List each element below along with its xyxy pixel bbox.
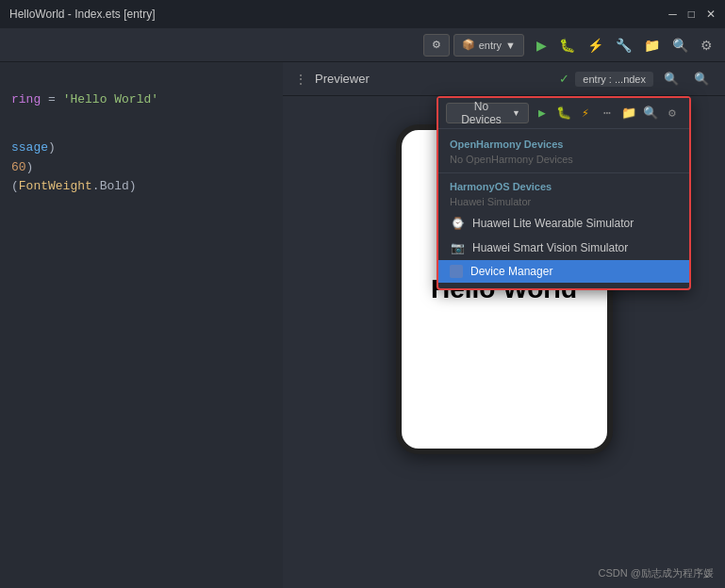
section-separator: [438, 172, 689, 173]
settings-button[interactable]: ⚙: [423, 34, 450, 57]
run-button[interactable]: ▶: [532, 34, 552, 57]
maximize-btn[interactable]: □: [688, 8, 695, 21]
more-icon[interactable]: ⋮: [294, 72, 307, 87]
search2-icon[interactable]: 🔍: [641, 104, 660, 122]
camera-icon: 📷: [450, 240, 465, 255]
dropdown-toolbar: ▶ 🐛 ⚡ ⋯ 📁 🔍 ⚙: [533, 104, 682, 122]
no-devices-button[interactable]: No Devices ▼: [446, 103, 529, 123]
minimize-btn[interactable]: ─: [668, 8, 677, 21]
watermark: CSDN @励志成为程序媛: [599, 566, 714, 580]
window-title: HelloWorld - Index.ets [entry]: [9, 8, 156, 21]
debug2-icon[interactable]: 🐛: [554, 104, 573, 122]
wearable-icon: ⌚: [450, 216, 465, 231]
entry-selector[interactable]: 📦 entry ▼: [453, 34, 524, 57]
run-icon[interactable]: ▶: [533, 104, 552, 122]
openharmony-section-title: OpenHarmony Devices: [438, 135, 689, 152]
device-manager-icon: [450, 265, 463, 278]
device-manager-label: Device Manager: [470, 265, 552, 278]
search-button[interactable]: 🔍: [667, 34, 693, 57]
code-type: FontWeight: [19, 177, 92, 197]
huawei-simulator-sub: Huawei Simulator: [438, 194, 689, 211]
code-num: 60: [11, 158, 26, 178]
code-string: 'Hello World': [63, 90, 158, 110]
settings3-icon[interactable]: ⚙: [663, 104, 682, 122]
entry-label: entry: [479, 40, 502, 51]
main-toolbar: ⚙ 📦 entry ▼ ▶ 🐛 ⚡ 🔧 📁 🔍 ⚙: [0, 28, 725, 62]
code-keyword: ring: [11, 90, 41, 110]
previewer-title: Previewer: [315, 72, 370, 86]
code-editor-panel: ring = 'Hello World' ssage ) 60 ) ( Font…: [0, 62, 283, 588]
code-fn1: ssage: [11, 139, 48, 158]
huawei-smart-vision-item[interactable]: 📷 Huawei Smart Vision Simulator: [438, 236, 689, 260]
previewer-controls: ✓ entry : ...ndex 🔍 🔍: [559, 68, 714, 90]
check-icon: ✓: [559, 72, 569, 86]
no-devices-label: No Devices: [454, 100, 508, 126]
profile-button[interactable]: ⚡: [583, 34, 608, 57]
main-area: ring = 'Hello World' ssage ) 60 ) ( Font…: [0, 62, 725, 588]
dropdown-top-bar: No Devices ▼ ▶ 🐛 ⚡ ⋯ 📁 🔍 ⚙: [438, 98, 689, 129]
dropdown-body: OpenHarmony Devices No OpenHarmony Devic…: [438, 129, 689, 288]
huawei-lite-label: Huawei Lite Wearable Simulator: [472, 217, 634, 230]
device-dropdown: No Devices ▼ ▶ 🐛 ⚡ ⋯ 📁 🔍 ⚙ OpenHarmony D…: [437, 96, 691, 290]
previewer-panel: ⋮ Previewer ✓ entry : ...ndex 🔍 🔍 Hello …: [283, 62, 725, 588]
folder2-icon[interactable]: 📁: [619, 104, 638, 122]
zoom-out-btn[interactable]: 🔍: [659, 68, 684, 90]
no-openharmony-text: No OpenHarmony Devices: [438, 152, 689, 169]
attach-button[interactable]: 🔧: [611, 34, 636, 57]
zoom-in-btn[interactable]: 🔍: [689, 68, 714, 90]
chevron-down-icon: ▼: [505, 40, 516, 51]
close-btn[interactable]: ✕: [706, 8, 716, 21]
debug-button[interactable]: 🐛: [554, 34, 580, 57]
title-bar: HelloWorld - Index.ets [entry] ─ □ ✕: [0, 0, 725, 28]
dropdown-arrow-icon: ▼: [512, 108, 520, 118]
profile2-icon[interactable]: ⚡: [576, 104, 595, 122]
breadcrumb: entry : ...ndex: [575, 72, 653, 87]
huawei-lite-wearable-item[interactable]: ⌚ Huawei Lite Wearable Simulator: [438, 211, 689, 236]
gear-icon: ⚙: [432, 39, 441, 51]
previewer-header: ⋮ Previewer ✓ entry : ...ndex 🔍 🔍: [283, 62, 725, 96]
code-content: ring = 'Hello World' ssage ) 60 ) ( Font…: [0, 62, 283, 206]
toolbar-right: ▶ 🐛 ⚡ 🔧 📁 🔍 ⚙: [532, 34, 717, 57]
module-icon: 📦: [462, 39, 475, 51]
folder-button[interactable]: 📁: [639, 34, 665, 57]
harmonyos-section-title: HarmonyOS Devices: [438, 177, 689, 194]
settings2-button[interactable]: ⚙: [696, 34, 717, 57]
huawei-smart-label: Huawei Smart Vision Simulator: [472, 241, 628, 254]
more2-icon[interactable]: ⋯: [598, 104, 617, 122]
device-manager-item[interactable]: Device Manager: [438, 260, 689, 283]
